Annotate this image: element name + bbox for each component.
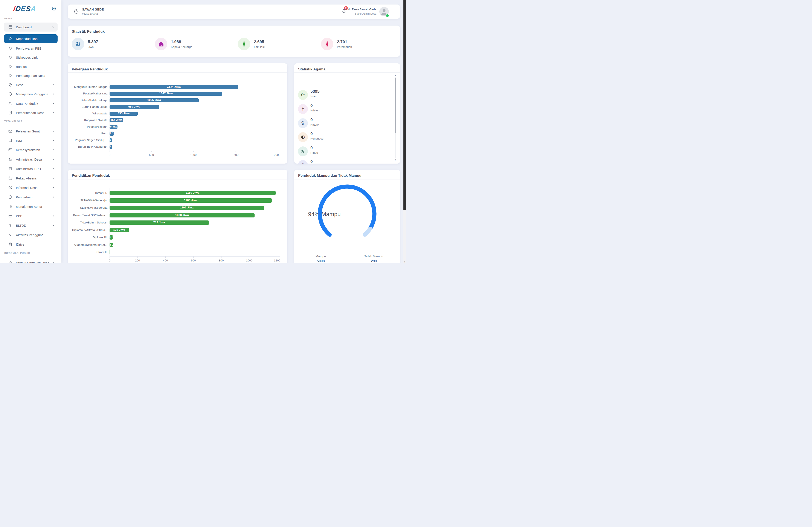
- bar-strata-iii: [110, 250, 110, 254]
- sidebar-item-kependudukan[interactable]: Kependudukan: [4, 34, 58, 43]
- page-scroll-thumb[interactable]: [403, 0, 406, 210]
- bar-category-label: Pegawai Negeri Sipil (P...: [68, 138, 107, 142]
- dharma-wheel-icon: ☸: [298, 160, 308, 164]
- sidebar-item-label: Dashboard: [16, 25, 32, 29]
- female-icon: [321, 38, 333, 50]
- sidebar-item-data-penduduk[interactable]: Data Penduduk: [4, 99, 58, 108]
- sidebar-item-manajemen-pengguna[interactable]: Manajemen Pengguna: [4, 90, 58, 98]
- chevron-right-icon: [52, 214, 55, 218]
- bar-category-label: Buruh Harian Lepas: [68, 105, 107, 108]
- chevron-right-icon: [52, 186, 55, 189]
- sidebar-item-label: Manajemen Pengguna: [16, 92, 48, 96]
- pendidikan-chart: Tamat SD1189 JiwaSLTA/SMA/Sederajat1163 …: [68, 169, 287, 264]
- sidebar-item-label: Desa: [16, 83, 24, 87]
- sidebar-item-rekap-absensi[interactable]: Rekap Absensi: [4, 174, 58, 182]
- agama-value: 0: [310, 103, 313, 108]
- sidebar-item-idrive[interactable]: IDrive: [4, 240, 58, 249]
- agama-value: 0: [310, 131, 313, 136]
- sidebar-item-label: IDrive: [16, 243, 24, 246]
- bar-category-label: Strata III: [68, 251, 107, 254]
- bar-value-label: 27 Jiwa: [108, 145, 114, 148]
- sidebar-item-bansos[interactable]: Bansos: [4, 62, 58, 71]
- sidebar-item-pemerintahan-desa[interactable]: Pemerintahan Desa: [4, 108, 58, 117]
- stat-value: 1.988: [171, 40, 192, 44]
- people-icon: [72, 38, 84, 50]
- calendar-icon: [8, 176, 13, 180]
- axis-tick-label: 800: [215, 259, 228, 262]
- bar-value-label: 1534 Jiwa: [108, 85, 240, 88]
- stats-title: Statistik Penduduk: [72, 29, 105, 34]
- sidebar-item-informasi-desa[interactable]: Informasi Desa: [4, 183, 58, 192]
- sidebar-item-pengaduan[interactable]: Pengaduan: [4, 193, 58, 201]
- id-card-icon: [8, 110, 13, 115]
- info-icon: [8, 185, 13, 190]
- speaker-icon: [8, 205, 13, 209]
- sidebar-item-pelayanan-surat[interactable]: Pelayanan Surat: [4, 127, 58, 135]
- sidebar-pin-icon[interactable]: [52, 6, 56, 11]
- sidebar-item-label: Aktivitas Pengguna: [16, 233, 43, 237]
- sidebar-item-pembangunan-desa[interactable]: Pembangunan Desa: [4, 71, 58, 80]
- agama-value: 0: [310, 146, 313, 150]
- bar-value-label: 51 Jiwa: [108, 132, 116, 135]
- sidebar-item-desa[interactable]: Desa: [4, 80, 58, 89]
- page-scroll-down-icon: ▼: [403, 261, 406, 263]
- sidebar-section-label: TATA KELOLA: [4, 120, 23, 123]
- scroll-down-icon[interactable]: ▼: [394, 159, 396, 161]
- bar-category-label: SLTA/SMA/Sederajat: [68, 199, 107, 202]
- page-scrollbar[interactable]: ▼: [403, 0, 406, 264]
- sidebar-section-label: HOME: [4, 17, 12, 20]
- stats-card: Statistik Penduduk 5.397Jiwa1.988Kepala …: [68, 26, 400, 57]
- legend-label: Mampu: [294, 255, 347, 258]
- bar-category-label: Petani/Pekebun: [68, 125, 107, 129]
- axis-tick-label: 1500: [229, 153, 242, 156]
- bar-category-label: Belum/Tidak Bekerja: [68, 99, 107, 102]
- chevron-right-icon: [52, 261, 55, 264]
- sidebar-item-label: Kependudukan: [16, 37, 38, 41]
- shield-icon: [8, 92, 13, 96]
- mampu-card: Penduduk Mampu dan Tidak Mampu 94% Mampu…: [294, 169, 400, 264]
- agama-scrollbar[interactable]: [395, 77, 396, 158]
- bar-category-label: Tamat SD: [68, 191, 107, 195]
- sidebar-item-label: Pelayanan Surat: [16, 130, 40, 133]
- chevron-right-icon: [52, 130, 55, 133]
- pekerjaan-card: Pekerjaan Penduduk Mengurus Rumah Tangga…: [68, 63, 287, 164]
- village-id: #3203200008: [82, 12, 98, 15]
- sidebar-item-aktivitas-pengguna[interactable]: Aktivitas Pengguna: [4, 230, 58, 239]
- sidebar-item-kemasyarakatan[interactable]: Kemasyarakatan: [4, 146, 58, 154]
- sidebar-item-siskeudes-link[interactable]: Siskeudes Link: [4, 53, 58, 62]
- scroll-up-icon[interactable]: ▲: [394, 74, 396, 76]
- sidebar-item-manajemen-berita[interactable]: Manajemen Berita: [4, 202, 58, 211]
- sidebar-item-bltdd[interactable]: BLTDD: [4, 221, 58, 230]
- sidebar-item-label: Produk Unggulan Desa: [16, 261, 49, 264]
- bar-value-label: 1106 Jiwa: [108, 206, 266, 209]
- sidebar-item-label: Informasi Desa: [16, 186, 38, 190]
- agama-row-katolik: ✞0Katolik: [298, 118, 384, 128]
- agama-scroll-thumb[interactable]: [395, 78, 396, 133]
- sidebar-item-dashboard[interactable]: Dashboard: [4, 22, 58, 32]
- admin-role: Super Admin Desa: [308, 12, 376, 15]
- stat-value: 2.695: [254, 40, 265, 44]
- sidebar-item-pembayaran-pbb[interactable]: Pembayaran PBB: [4, 44, 58, 52]
- home-icon: [8, 157, 13, 162]
- sidebar-item-idm[interactable]: IDM: [4, 136, 58, 145]
- axis-tick-label: 500: [145, 153, 158, 156]
- moon-icon[interactable]: [73, 9, 79, 14]
- sidebar-item-produk-unggulan-desa[interactable]: Produk Unggulan Desa: [4, 258, 58, 264]
- sidebar-item-label: Administrasi Desa: [16, 157, 42, 161]
- chevron-right-icon: [52, 102, 55, 105]
- sidebar-item-administrasi-bpd[interactable]: Administrasi BPD: [4, 164, 58, 173]
- agama-row-islam: ☪5395Islam: [298, 90, 384, 100]
- stat-kepala-keluarga: 1.988Kepala Keluarga: [151, 37, 234, 50]
- online-status-dot: [386, 14, 389, 17]
- sidebar-section-label: INFORMASI PUBLIK: [4, 252, 30, 254]
- agama-label: Hindu: [310, 151, 318, 154]
- chevron-right-icon: [52, 157, 55, 161]
- credit-card-icon: [8, 214, 13, 218]
- sidebar-item-administrasi-desa[interactable]: Administrasi Desa: [4, 155, 58, 164]
- bar-value-label: 589 Jiwa: [108, 105, 161, 108]
- stat-label: Laki-laki: [254, 45, 265, 48]
- axis-tick-label: 1200: [271, 259, 284, 262]
- sidebar-item-label: Rekap Absensi: [16, 177, 38, 180]
- sidebar-item-pbb[interactable]: PBB: [4, 212, 58, 220]
- bar-value-label: 1347 Jiwa: [108, 92, 224, 95]
